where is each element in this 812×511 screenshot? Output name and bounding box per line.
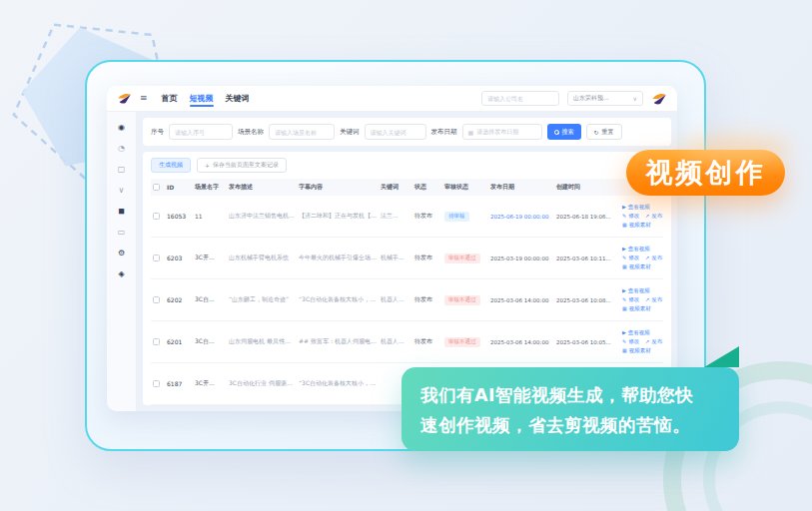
edit-link[interactable]: 修改 — [628, 296, 639, 302]
row-actions: ▶查看视频 ✎修改 ↗发布 ▦视频素材 — [620, 245, 666, 270]
edit-link[interactable]: 修改 — [628, 213, 639, 219]
monitor-icon[interactable]: ▭ — [118, 229, 126, 237]
generate-video-button[interactable]: 生成视频 — [151, 158, 191, 173]
cell-keyword: 法兰... — [379, 212, 412, 221]
cell-publish-desc: 山东伺服电机 最具性价比的 — [227, 337, 297, 346]
cell-publish-date: 2025-03-19 00:00:00 — [488, 256, 554, 261]
table-row: 6203 3C开... 山东机械手臂电机系统 今年最火的机械手引爆全场电机...… — [151, 238, 663, 279]
date-picker[interactable]: ▦ 请选择发布日期 — [462, 124, 542, 140]
cell-created-time: 2025-03-06 10:08... — [554, 297, 620, 303]
company-search-input[interactable] — [481, 91, 559, 106]
cell-keyword: 机器人... — [379, 295, 412, 304]
publish-icon: ↗ — [645, 296, 649, 302]
cell-subtitle: “3C自动化装备核大核小，但... 机器人... — [297, 295, 379, 304]
edit-icon: ✎ — [622, 296, 626, 302]
plus-icon: + — [205, 162, 210, 169]
cell-created-time: 2025-06-18 19:06... — [554, 214, 620, 220]
material-icon: ▦ — [622, 263, 627, 269]
nav-tab[interactable]: 首页 — [162, 87, 178, 110]
promo-page: ≡ 首页短视频关键词 山东荣科预... ∨ ◉◔▢∨◼▭⚙◈ — [0, 0, 812, 511]
view-video-link[interactable]: 查看视频 — [628, 329, 650, 335]
cell-subtitle: “3C自动化装备核大核小，但... — [297, 379, 379, 388]
company-select[interactable]: 山东荣科预... ∨ — [567, 91, 643, 106]
settings-icon[interactable]: ⚙ — [118, 250, 125, 257]
row-checkbox[interactable] — [153, 380, 160, 387]
tooltip-fold-corner — [704, 346, 739, 367]
play-video-icon: ▶ — [622, 204, 626, 210]
column-keyword: 关键词 — [379, 183, 412, 192]
row-checkbox[interactable] — [153, 213, 160, 220]
seq-input[interactable] — [169, 124, 233, 140]
column-scene-name: 场景名字 — [193, 183, 227, 192]
save-page-button[interactable]: + 保存当前页面至文案记录 — [197, 158, 287, 173]
chevron-down-icon: ∨ — [633, 95, 637, 102]
material-link[interactable]: 视频素材 — [629, 347, 651, 353]
cell-status: 待发布 — [412, 337, 442, 346]
package-icon[interactable]: ▢ — [118, 166, 126, 174]
sidebar: ◉◔▢∨◼▭⚙◈ — [107, 112, 137, 411]
select-all-checkbox[interactable] — [153, 184, 160, 191]
row-checkbox[interactable] — [153, 255, 160, 261]
play-video-icon: ▶ — [622, 287, 626, 293]
row-checkbox[interactable] — [153, 338, 160, 345]
cell-publish-desc: 3C自动化行业 伺服驱动电机.. — [227, 379, 297, 388]
reset-button[interactable]: ↻ 重置 — [586, 124, 622, 140]
collapse-menu-icon[interactable]: ≡ — [140, 94, 148, 103]
cell-status: 待发布 — [412, 254, 442, 262]
audit-status-badge: 审核不通过 — [444, 295, 480, 305]
view-video-link[interactable]: 查看视频 — [628, 246, 650, 252]
company-select-value: 山东荣科预... — [573, 94, 609, 103]
cell-publish-desc: 山东济中法兰销售电机厂家... — [227, 212, 297, 221]
publish-link[interactable]: 发布 — [651, 338, 662, 344]
audit-status-badge: 审核不通过 — [444, 254, 480, 263]
material-link[interactable]: 视频素材 — [629, 263, 651, 269]
column-publish-date: 发布日期 — [488, 183, 554, 192]
publish-icon: ↗ — [645, 213, 649, 219]
material-icon: ▦ — [622, 347, 627, 353]
nav-tab[interactable]: 短视频 — [190, 87, 214, 110]
nav-tab[interactable]: 关键词 — [226, 87, 250, 110]
cell-publish-date: 2025-06-19 00:00:00 — [488, 214, 554, 220]
column-audit-status: 审核状态 — [442, 183, 488, 192]
edit-link[interactable]: 修改 — [628, 255, 639, 260]
material-link[interactable]: 视频素材 — [629, 222, 651, 228]
cell-subtitle: 【济二味和】正在与发机【济公】新... 法二味... — [297, 212, 379, 221]
scene-input[interactable] — [269, 124, 335, 140]
audience-icon[interactable]: ◉ — [118, 124, 125, 132]
audit-status-badge: 审核不通过 — [444, 337, 480, 347]
column-id: ID — [165, 184, 193, 191]
row-actions: ▶查看视频 ✎修改 ↗发布 ▦视频素材 — [620, 203, 666, 229]
cell-keyword: 机械手... — [379, 254, 412, 262]
material-link[interactable]: 视频素材 — [629, 305, 651, 311]
scene-label: 场景名称 — [238, 128, 264, 137]
history-icon[interactable]: ◔ — [118, 145, 125, 153]
promo-tooltip: 我们有AI智能视频生成，帮助您快 速创作视频，省去剪视频的苦恼。 — [402, 367, 739, 451]
main-content: 序号 场景名称 关键词 发布日期 ▦ 请选择发布日期 搜索 — [137, 112, 677, 411]
row-actions: ▶查看视频 ✎修改 ↗发布 ▦视频素材 — [620, 328, 666, 354]
view-video-link[interactable]: 查看视频 — [628, 287, 650, 293]
cell-status: 待发布 — [412, 212, 442, 221]
publish-link[interactable]: 发布 — [651, 296, 662, 302]
search-button[interactable]: 搜索 — [547, 124, 581, 140]
keyword-input[interactable] — [365, 124, 426, 140]
publish-link[interactable]: 发布 — [651, 213, 662, 219]
network-icon[interactable]: ◈ — [118, 270, 124, 278]
publish-link[interactable]: 发布 — [651, 255, 662, 260]
work-icon[interactable]: ◼ — [118, 208, 125, 216]
view-video-link[interactable]: 查看视频 — [628, 204, 650, 210]
cell-scene-name: 3C自... — [193, 337, 227, 346]
edit-link[interactable]: 修改 — [628, 338, 639, 344]
column-created-time: 创建时间 — [554, 183, 620, 192]
promo-tooltip-line2: 速创作视频，省去剪视频的苦恼。 — [420, 410, 720, 440]
edit-icon: ✎ — [622, 255, 626, 260]
cell-publish-date: 2025-03-06 14:00:00 — [488, 339, 554, 345]
seq-label: 序号 — [151, 128, 164, 137]
table-row: 6202 3C自... “山东砸工，制造奇迹” “3C自动化装备核大核小，但..… — [151, 279, 663, 321]
chevron-down-icon[interactable]: ∨ — [119, 187, 125, 195]
cell-subtitle: 今年最火的机械手引爆全场电机... 机械手... — [297, 254, 379, 262]
cell-keyword: 机器人... — [379, 337, 412, 346]
column-publish-desc: 发布描述 — [227, 183, 297, 192]
promo-tooltip-line1: 我们有AI智能视频生成，帮助您快 — [420, 380, 720, 410]
row-checkbox[interactable] — [153, 296, 160, 303]
cell-scene-name: 3C开... — [193, 254, 227, 262]
